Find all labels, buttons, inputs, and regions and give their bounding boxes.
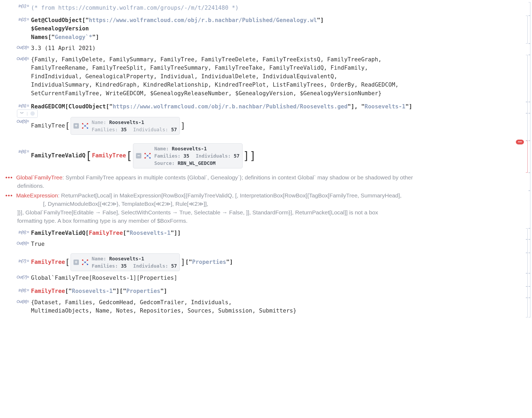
- cell-in7[interactable]: In[7]:= FamilyTree [ + Name: Roosevelts-…: [2, 253, 532, 273]
- message-text: ReturnPacket[Local] in MakeExpression[Ro…: [61, 192, 401, 199]
- output-text: True: [31, 240, 521, 249]
- cell-in1[interactable]: In[1]:= (* from https://community.wolfra…: [2, 2, 532, 16]
- output-text: Global`FamilyTree[Roosevelts-1][Properti…: [31, 274, 521, 282]
- code-text: "]: [317, 17, 324, 23]
- svg-point-8: [87, 127, 88, 129]
- code-text: "]: [405, 103, 412, 110]
- svg-point-7: [82, 127, 83, 129]
- cell-label: In[1]:=: [2, 3, 29, 9]
- output-text: {Family, FamilyDelete, FamilySummary, Fa…: [31, 55, 521, 98]
- message-icon[interactable]: •••: [5, 192, 13, 199]
- cell-label: Out[7]=: [2, 274, 29, 280]
- code-text: "], ": [348, 103, 365, 110]
- expand-icon[interactable]: +: [74, 123, 79, 129]
- code-text: ReadGEDCOM[CloudObject[": [31, 103, 113, 110]
- string-text: Roosevelts-1: [72, 288, 113, 294]
- cell-label: In[6]:=: [2, 229, 29, 235]
- cell-out3[interactable]: Out[3]= 3.3 (11 April 2021): [2, 44, 532, 55]
- string-text: Roosevelts-1: [365, 103, 405, 110]
- cell-label: In[5]:=: [2, 103, 29, 109]
- graph-icon: [144, 152, 152, 160]
- cell-label: Out[5]=: [2, 119, 29, 124]
- output-text: 3.3 (11 April 2021): [31, 44, 521, 53]
- svg-point-6: [84, 125, 86, 126]
- message-text: formatting type. A box formatting type i…: [5, 217, 521, 225]
- code-text: [": [123, 230, 130, 236]
- cell-out7[interactable]: Out[7]= Global`FamilyTree[Roosevelts-1][…: [2, 273, 532, 287]
- expand-icon[interactable]: +: [74, 260, 79, 265]
- code-text: [": [65, 288, 72, 294]
- svg-point-13: [144, 153, 146, 154]
- symbol-warn: FamilyTree: [31, 288, 65, 294]
- svg-point-25: [82, 264, 83, 265]
- summary-box[interactable]: + Name: Roosevelts-1 Families: 35 Indivi…: [71, 253, 180, 271]
- string-text: Roosevelts-1: [130, 230, 171, 236]
- cell-in2[interactable]: In[2]:= Get@CloudObject["https://www.wol…: [2, 16, 532, 44]
- message-text: definitions.: [17, 183, 44, 189]
- suggestions-bar[interactable]: ︾ |: [17, 109, 38, 118]
- cell-in6b[interactable]: In[6]:= FamilyTreeValidQ[FamilyTree["Roo…: [2, 228, 532, 240]
- cell-label: Out[4]=: [2, 56, 29, 62]
- svg-point-4: [82, 123, 83, 124]
- cell-in8[interactable]: In[8]:= FamilyTree["Roosevelts-1"]["Prop…: [2, 286, 532, 298]
- string-text: Genealogy`*: [55, 34, 92, 40]
- svg-point-26: [87, 264, 88, 265]
- cell-label: In[6]:=: [2, 149, 29, 154]
- notebook-area[interactable]: In[1]:= (* from https://community.wolfra…: [0, 0, 532, 324]
- collapse-icon[interactable]: −: [136, 153, 141, 158]
- cell-label: Out[3]=: [2, 45, 29, 50]
- string-text: Properties: [126, 288, 160, 294]
- cell-label: In[7]:=: [2, 258, 29, 264]
- message-tag[interactable]: MakeExpression: [16, 192, 58, 199]
- cell-in6a[interactable]: ••• In[6]:= FamilyTreeValidQ [ FamilyTre…: [2, 141, 532, 173]
- cell-out6[interactable]: Out[6]= True: [2, 239, 532, 253]
- output-text: {Dataset, Families, GedcomHead, GedcomTr…: [31, 298, 521, 315]
- code-text: "]: [226, 258, 233, 267]
- cell-in5[interactable]: In[5]:= ReadGEDCOM[CloudObject["https://…: [2, 102, 532, 113]
- graph-icon: [81, 258, 89, 266]
- cell-out4[interactable]: Out[4]= {Family, FamilyDelete, FamilySum…: [2, 55, 532, 102]
- message-text: ]}], Global`FamilyTree[Editable → False]…: [5, 208, 521, 217]
- code-text: [": [185, 258, 192, 267]
- graph-icon: [81, 122, 89, 130]
- message-tag[interactable]: Global`FamilyTree: [16, 174, 62, 180]
- svg-point-16: [144, 157, 146, 159]
- summary-box[interactable]: + Name: Roosevelts-1 Families: 35 Indivi…: [71, 117, 180, 135]
- cell-label: In[8]:=: [2, 288, 29, 293]
- code-text: Get@CloudObject[": [31, 17, 89, 23]
- svg-point-24: [84, 261, 86, 263]
- message-text: Symbol FamilyTree appears in multiple co…: [66, 174, 413, 180]
- message-cell[interactable]: ••• Global`FamilyTree: Symbol FamilyTree…: [2, 173, 532, 191]
- svg-point-15: [147, 155, 148, 157]
- comment-text: (* from https://community.wolfram.com/gr…: [31, 4, 521, 12]
- svg-point-22: [82, 259, 83, 261]
- output-head: FamilyTree: [31, 122, 65, 130]
- error-badge[interactable]: •••: [516, 140, 524, 144]
- code-text: "]: [160, 288, 167, 294]
- suggestion-icon[interactable]: [30, 111, 35, 116]
- code-text: FamilyTreeValidQ[: [31, 230, 89, 236]
- url-text: https://www.wolframcloud.com/obj/r.b.nac…: [113, 103, 347, 110]
- symbol-warn: FamilyTree: [92, 151, 126, 160]
- code-text: Names[": [31, 34, 55, 40]
- symbol-warn: FamilyTree: [31, 258, 65, 267]
- code-text: "][": [113, 288, 126, 294]
- url-text: https://www.wolframcloud.com/obj/r.b.nac…: [89, 17, 317, 23]
- code-text: $GenealogyVersion: [31, 24, 521, 33]
- message-icon[interactable]: •••: [5, 174, 13, 180]
- message-cell[interactable]: ••• MakeExpression: ReturnPacket[Local] …: [2, 191, 532, 228]
- cell-out8[interactable]: Out[8]= {Dataset, Families, GedcomHead, …: [2, 298, 532, 317]
- cell-label: In[2]:=: [2, 17, 29, 22]
- svg-point-14: [149, 153, 150, 154]
- cell-out5[interactable]: Out[5]= FamilyTree [ + Name: Roosevelts-…: [2, 113, 532, 141]
- svg-point-17: [149, 157, 150, 159]
- code-text: FamilyTreeValidQ: [31, 151, 85, 160]
- chevron-down-icon[interactable]: ︾: [20, 111, 24, 117]
- summary-box[interactable]: − Name: Roosevelts-1 Families: 35 Indivi…: [133, 143, 243, 168]
- code-text: "]: [92, 34, 99, 40]
- message-text: [, DynamicModuleBox[{≪2≫}, TemplateBox[≪…: [5, 200, 521, 208]
- svg-point-23: [87, 259, 88, 261]
- svg-point-5: [87, 123, 88, 124]
- cell-label: Out[6]=: [2, 240, 29, 246]
- code-text: "]]: [170, 230, 181, 236]
